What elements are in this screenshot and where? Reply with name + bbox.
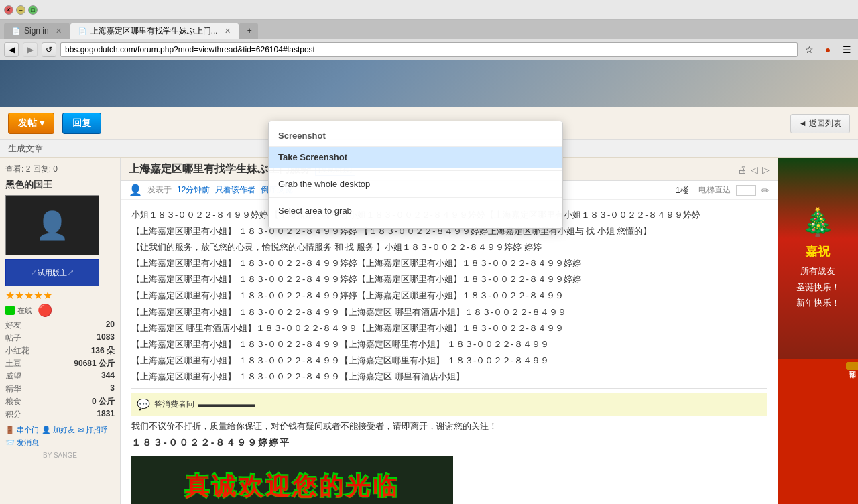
print-icon[interactable]: 🖨: [737, 164, 747, 175]
thread-icons: 🖨 ◁ ▷: [737, 164, 770, 175]
avatar-small: 👤: [129, 184, 142, 196]
stat-row-prestige: 威望 344: [5, 370, 115, 383]
back-to-list-button[interactable]: ◄ 返回列表: [790, 114, 850, 133]
banner: [0, 60, 858, 107]
stat-row-score: 积分 1831: [5, 408, 115, 421]
tab-icon: 📄: [12, 27, 20, 35]
divider: [131, 388, 767, 389]
close-button[interactable]: ✕: [4, 5, 13, 15]
notice-text: 我们不议价不打折，质量给你保证，对价钱有疑问或者不能接受者，请即离开，谢谢您的关…: [131, 419, 767, 434]
banner-text-zh: 真诚欢迎您的光临: [185, 466, 400, 504]
stat-val-prestige: 344: [101, 371, 115, 382]
action-visit[interactable]: 🚪 串个门: [5, 425, 39, 435]
xmas-line2: 新年快乐！: [796, 295, 840, 310]
stat-row-friends: 好友 20: [5, 319, 115, 332]
meta-time[interactable]: 12分钟前: [177, 184, 210, 196]
take-screenshot-item[interactable]: Take Screenshot: [269, 147, 562, 168]
stat-row-grain: 粮食 0 公斤: [5, 395, 115, 408]
stat-row-essence: 精华 3: [5, 383, 115, 395]
tab-forum[interactable]: 📄 上海嘉定区哪里有找学生妹ぶ上门... ✕: [70, 23, 239, 39]
user-name: 黑色的国王: [5, 179, 115, 191]
stat-val-essence: 3: [110, 383, 115, 395]
level-badge: ↗试用版主↗: [5, 259, 99, 286]
chrome-icon[interactable]: ●: [820, 42, 835, 57]
window-controls: ✕ – □: [4, 5, 38, 15]
content-line-4: 【上海嘉定区哪里有小姐】 １８３-００２２-８４９９婷婷【上海嘉定区哪里有小姐】…: [131, 272, 767, 287]
content-line-9: 【上海嘉定区哪里有小姐】 １８３-００２２-８４９９【上海嘉定区哪里有小姐】 １…: [131, 353, 767, 368]
bookmark-icon[interactable]: ☆: [802, 42, 816, 57]
prev-icon[interactable]: ◁: [751, 164, 758, 175]
tab-forum-icon: 📄: [78, 27, 86, 35]
select-area-item[interactable]: Select area to grab: [269, 200, 562, 221]
xmas-tree-icon: 🎄: [801, 206, 835, 238]
browser-chrome: ✕ – □ 📄 Sign in ✕ 📄 上海嘉定区哪里有找学生妹ぶ上门... ✕…: [0, 0, 858, 60]
post-button[interactable]: 发帖 ▾: [8, 113, 54, 134]
stat-row-flower: 小红花 136 朵: [5, 344, 115, 357]
back-button[interactable]: ◀: [4, 42, 19, 57]
post-number: 1楼: [676, 184, 689, 196]
elevator-label: 电梯直达: [698, 184, 731, 196]
elevator-input[interactable]: [736, 185, 756, 196]
stat-val-posts: 1083: [97, 332, 115, 344]
tab-signin[interactable]: 📄 Sign in ✕: [4, 23, 70, 39]
refresh-button[interactable]: ↺: [42, 42, 56, 57]
online-label: 在线: [17, 306, 32, 316]
thread-stats: 查看: 2 回复: 0: [5, 164, 115, 175]
alert-icon: 🔴: [38, 303, 52, 318]
stat-label-friends: 好友: [5, 320, 21, 331]
stat-label-potato: 土豆: [5, 358, 21, 369]
maximize-button[interactable]: □: [28, 5, 38, 15]
stat-row-posts: 帖子 1083: [5, 332, 115, 344]
stat-row-potato: 土豆 90681 公斤: [5, 357, 115, 370]
meta-posted: 发表于: [147, 184, 172, 196]
phone-number: １８３-００２２-８４９９婷婷平: [131, 435, 767, 451]
overlay-divider2: [269, 197, 562, 198]
elevator-go-icon[interactable]: ✏: [761, 185, 770, 196]
user-stats-list: 好友 20 帖子 1083 小红花 136 朵 土豆 90681 公斤 威望: [5, 319, 115, 421]
star-rating: ★★★★★: [5, 289, 115, 302]
address-bar: ◀ ▶ ↺ ☆ ● ☰: [0, 39, 858, 60]
stat-val-score: 1831: [97, 409, 115, 420]
action-message[interactable]: 📨 发消息: [5, 438, 39, 448]
action-greet[interactable]: ✉ 打招呼: [78, 425, 108, 435]
user-avatar: 👤: [5, 195, 99, 255]
content-line-2: 【让我们的服务，放飞您的心灵，愉悦您的心情服务 和 找 服务 】小姐１８３-００…: [131, 240, 767, 255]
stat-label-essence: 精华: [5, 383, 21, 395]
scroll-to-top[interactable]: 回到顶部: [846, 362, 858, 370]
stat-val-flower: 136 朵: [91, 345, 115, 357]
content-line-10: 【上海嘉定区哪里有小姐】 １８３-００２２-８４９９【上海嘉定区 哪里有酒店小姐…: [131, 369, 767, 384]
action-add-friend[interactable]: 👤 加好友: [42, 425, 75, 435]
screenshot-overlay: Screenshot Take Screenshot Grab the whol…: [268, 121, 563, 229]
consult-bar: 💬 答消费者问 ▬▬▬▬▬▬▬: [131, 393, 767, 416]
minimize-button[interactable]: –: [16, 5, 25, 15]
view-author-link[interactable]: 只看该作者: [215, 184, 255, 196]
grab-desktop-item[interactable]: Grab the whole desktop: [269, 174, 562, 194]
overlay-title: Screenshot: [269, 128, 562, 147]
stat-label-score: 积分: [5, 409, 21, 420]
right-ad: 🎄 嘉祝 所有战友 圣诞快乐！ 新年快乐！: [778, 158, 858, 504]
url-input[interactable]: [60, 42, 798, 57]
tab-bar: 📄 Sign in ✕ 📄 上海嘉定区哪里有找学生妹ぶ上门... ✕ +: [0, 20, 858, 39]
forward-button[interactable]: ▶: [23, 42, 38, 57]
stat-val-friends: 20: [106, 320, 115, 331]
stat-label-flower: 小红花: [5, 345, 29, 357]
consult-icon: 💬: [137, 395, 150, 414]
xmas-title: 嘉祝: [806, 243, 830, 259]
tab-forum-label: 上海嘉定区哪里有找学生妹ぶ上门...: [90, 25, 218, 37]
new-tab-button[interactable]: +: [239, 23, 258, 39]
menu-icon[interactable]: ☰: [839, 42, 854, 57]
tab-forum-close-icon[interactable]: ✕: [225, 27, 231, 36]
powered-by: BY SANGE: [5, 452, 115, 459]
content-line-6: 【上海嘉定区哪里有小姐】 １８３-００２２-８４９９【上海嘉定区 哪里有酒店小姐…: [131, 305, 767, 320]
welcome-banner: 真诚欢迎您的光临 真诚欢迎您的光临: [131, 456, 453, 504]
content-line-3: 【上海嘉定区哪里有小姐】 １８３-００２２-８４９９婷婷【上海嘉定区哪里有小姐】…: [131, 256, 767, 271]
consult-end: ▬▬▬▬▬▬▬: [198, 397, 255, 411]
user-actions: 🚪 串个门 👤 加好友 ✉ 打招呼 📨 发消息: [5, 425, 115, 448]
tab-close-icon[interactable]: ✕: [56, 27, 62, 36]
consult-label: 答消费者问: [154, 397, 194, 411]
reply-button[interactable]: 回复: [62, 113, 101, 134]
next-icon[interactable]: ▷: [762, 164, 770, 175]
stat-label-posts: 帖子: [5, 332, 21, 344]
stat-val-grain: 0 公斤: [92, 396, 115, 407]
xmas-ad: 🎄 嘉祝 所有战友 圣诞快乐！ 新年快乐！: [778, 158, 858, 359]
